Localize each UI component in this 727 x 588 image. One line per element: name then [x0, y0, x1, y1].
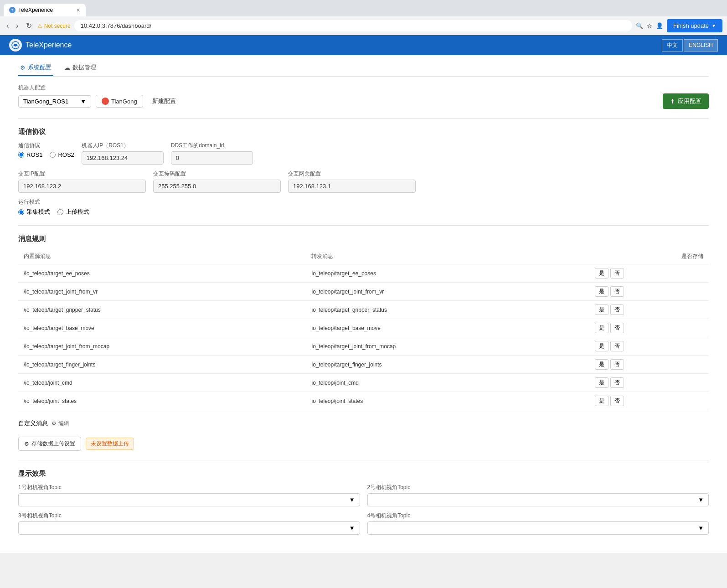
robot-select-dropdown[interactable]: TianGong_ROS1 ▼: [18, 95, 91, 108]
collect-mode-radio-input[interactable]: [18, 209, 24, 215]
finish-update-button[interactable]: Finish update ▼: [667, 19, 722, 32]
yes-no-group: 是 否: [595, 323, 703, 333]
col-forward-header: 转发消息: [306, 249, 589, 264]
yes-no-group: 是 否: [595, 268, 703, 279]
bookmark-icon[interactable]: ☆: [647, 22, 652, 29]
storage-settings-button[interactable]: ⚙ 存储数据上传设置: [18, 437, 81, 451]
yes-button[interactable]: 是: [595, 396, 608, 406]
edit-label: 编辑: [58, 420, 69, 428]
interact-mask-field: 交互掩码配置: [153, 170, 281, 193]
yes-button[interactable]: 是: [595, 377, 608, 388]
tiangong-button[interactable]: TianGong: [96, 95, 143, 108]
ros2-radio[interactable]: ROS2: [50, 151, 74, 158]
ros1-radio-input[interactable]: [18, 152, 24, 158]
store-cell: 是 否: [589, 283, 709, 301]
no-button[interactable]: 否: [610, 268, 624, 279]
builtin-msg-cell: /io_teleop/target_joint_from_vr: [18, 283, 306, 301]
robot-select-value: TianGong_ROS1: [23, 98, 68, 105]
camera3-arrow-icon: ▼: [349, 525, 355, 531]
run-mode-label: 运行模式: [18, 198, 709, 206]
display-section: 显示效果 1号相机视角Topic ▼ 2号相机视角Topic ▼ 3号相机视角T…: [18, 469, 709, 535]
camera3-select[interactable]: ▼: [18, 521, 360, 535]
store-cell: 是 否: [589, 301, 709, 319]
dds-input[interactable]: [171, 151, 253, 165]
app-logo: TeleXperience: [9, 39, 72, 52]
tab-system-config[interactable]: ⚙ 系统配置: [18, 60, 53, 76]
new-config-button[interactable]: 新建配置: [148, 95, 180, 108]
search-icon[interactable]: 🔍: [636, 22, 643, 29]
address-bar[interactable]: [74, 20, 632, 31]
no-button[interactable]: 否: [610, 341, 624, 351]
yes-button[interactable]: 是: [595, 341, 608, 351]
upload-mode-radio-input[interactable]: [57, 209, 63, 215]
store-cell: 是 否: [589, 264, 709, 283]
robot-ip-field: 机器人IP（ROS1）: [82, 142, 164, 165]
protocol-field: 通信协议 ROS1 ROS2: [18, 142, 74, 165]
yes-button[interactable]: 是: [595, 286, 608, 297]
forward-msg-cell: io_teleop/target_joint_from_vr: [306, 283, 589, 301]
yes-button[interactable]: 是: [595, 304, 608, 315]
no-button[interactable]: 否: [610, 377, 624, 388]
camera2-label: 2号相机视角Topic: [367, 484, 709, 491]
forward-button[interactable]: ›: [14, 20, 20, 32]
interact-mask-input[interactable]: [153, 180, 281, 193]
reload-button[interactable]: ↻: [24, 20, 34, 32]
apply-config-button[interactable]: ⬆ 应用配置: [663, 93, 709, 109]
ros2-radio-input[interactable]: [50, 152, 56, 158]
col-store-header: 是否存储: [589, 249, 709, 264]
lang-en-button[interactable]: ENGLISH: [684, 39, 718, 52]
table-row: /io_teleop/joint_cmd io_teleop/joint_cmd…: [18, 374, 709, 392]
display-section-title: 显示效果: [18, 469, 709, 478]
cloud-icon: ☁: [64, 64, 70, 71]
upload-mode-radio[interactable]: 上传模式: [57, 208, 89, 216]
table-row: /io_teleop/target_finger_joints io_teleo…: [18, 356, 709, 374]
robot-ip-input[interactable]: [82, 151, 164, 165]
yes-button[interactable]: 是: [595, 323, 608, 333]
upload-mode-label: 上传模式: [66, 208, 89, 216]
protocol-row: 通信协议 ROS1 ROS2 机器人IP（ROS1） DDS工作的do: [18, 142, 709, 165]
storage-gear-icon: ⚙: [24, 441, 29, 447]
finish-update-label: Finish update: [673, 22, 709, 29]
divider-1: [18, 118, 709, 119]
robot-ip-label: 机器人IP（ROS1）: [82, 142, 164, 150]
camera3-field: 3号相机视角Topic ▼: [18, 512, 360, 535]
tab-title: TeleXperience: [18, 7, 53, 13]
divider-2: [18, 225, 709, 226]
camera1-arrow-icon: ▼: [349, 496, 355, 503]
yes-no-group: 是 否: [595, 396, 703, 406]
interact-ip-input[interactable]: [18, 180, 146, 193]
account-icon[interactable]: 👤: [656, 22, 663, 29]
no-button[interactable]: 否: [610, 304, 624, 315]
builtin-msg-cell: /io_teleop/target_ee_poses: [18, 264, 306, 283]
no-button[interactable]: 否: [610, 323, 624, 333]
store-cell: 是 否: [589, 374, 709, 392]
tab-close-button[interactable]: ×: [77, 6, 80, 14]
camera1-select[interactable]: ▼: [18, 493, 360, 506]
collect-mode-radio[interactable]: 采集模式: [18, 208, 50, 216]
main-tabs: ⚙ 系统配置 ☁ 数据管理: [18, 55, 709, 77]
no-button[interactable]: 否: [610, 396, 624, 406]
yes-button[interactable]: 是: [595, 359, 608, 370]
yes-button[interactable]: 是: [595, 268, 608, 279]
back-button[interactable]: ‹: [5, 20, 10, 32]
lang-zh-button[interactable]: 中文: [662, 39, 683, 52]
builtin-msg-cell: /io_teleop/target_base_move: [18, 319, 306, 337]
tiangong-icon: [102, 98, 109, 105]
store-cell: 是 否: [589, 356, 709, 374]
browser-tab[interactable]: T TeleXperience ×: [4, 4, 86, 16]
camera2-select[interactable]: ▼: [367, 493, 709, 506]
no-button[interactable]: 否: [610, 286, 624, 297]
interact-gateway-input[interactable]: [288, 180, 416, 193]
camera4-select[interactable]: ▼: [367, 521, 709, 535]
no-button[interactable]: 否: [610, 359, 624, 370]
camera3-label: 3号相机视角Topic: [18, 512, 360, 520]
custom-msg-label: 自定义消息: [18, 419, 48, 428]
run-mode-radio-group: 采集模式 上传模式: [18, 208, 709, 216]
ros1-radio[interactable]: ROS1: [18, 151, 42, 158]
edit-button[interactable]: ⚙ 编辑: [52, 420, 69, 428]
ros2-label: ROS2: [58, 151, 74, 158]
builtin-msg-cell: /io_teleop/target_joint_from_mocap: [18, 337, 306, 356]
custom-message-bar: 自定义消息 ⚙ 编辑: [18, 416, 709, 431]
tab-data-management[interactable]: ☁ 数据管理: [62, 60, 98, 76]
store-cell: 是 否: [589, 392, 709, 410]
